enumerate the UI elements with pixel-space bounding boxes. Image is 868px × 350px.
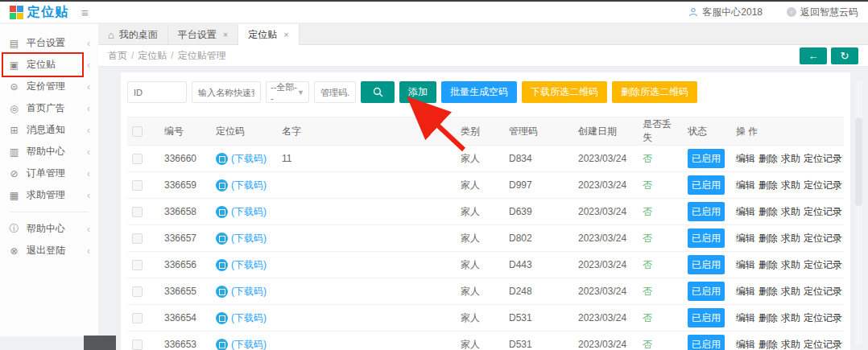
sidebar-item-label: 求助管理 (27, 188, 65, 202)
row-checkbox[interactable] (132, 340, 143, 350)
delete-selected-button[interactable]: 删除所选二维码 (612, 81, 697, 103)
action-删除[interactable]: 删除 (758, 339, 778, 350)
sidebar-item-message-notice[interactable]: ⊞消息通知‹ (0, 119, 98, 141)
action-编辑[interactable]: 编辑 (736, 286, 755, 297)
action-编辑[interactable]: 编辑 (736, 206, 755, 217)
action-求助[interactable]: 求助 (781, 179, 800, 191)
download-code-link[interactable]: (下载码) (231, 285, 267, 299)
action-删除[interactable]: 删除 (758, 233, 778, 244)
search-button[interactable] (361, 81, 395, 103)
category-select[interactable]: --全部-- ▼ (266, 81, 309, 103)
sidebar-item-order-management[interactable]: ⊘订单管理‹ (0, 163, 98, 184)
scrollbar-track[interactable] (855, 80, 862, 345)
download-code-link[interactable]: (下载码) (231, 152, 267, 166)
action-求助[interactable]: 求助 (781, 233, 800, 244)
action-求助[interactable]: 求助 (781, 286, 800, 297)
status-enabled-button[interactable]: 已启用 (688, 255, 725, 274)
qr-code-icon[interactable] (216, 179, 228, 191)
action-求助[interactable]: 求助 (781, 153, 800, 164)
refresh-button[interactable]: ↻ (831, 47, 858, 64)
qr-code-icon[interactable] (216, 206, 228, 218)
action-求助[interactable]: 求助 (781, 259, 800, 270)
action-定位记录[interactable]: 定位记录 (804, 259, 842, 270)
action-定位记录[interactable]: 定位记录 (804, 179, 842, 191)
row-checkbox[interactable] (132, 260, 143, 270)
return-cloud-link[interactable]: ‹ 返回智慧云码 (787, 6, 858, 19)
status-enabled-button[interactable]: 已启用 (688, 282, 725, 301)
status-enabled-button[interactable]: 已启用 (688, 202, 725, 221)
sidebar-item-pricing-management[interactable]: ⊜定价管理‹ (0, 76, 98, 97)
batch-generate-button[interactable]: 批量生成空码 (441, 81, 517, 103)
action-求助[interactable]: 求助 (781, 339, 800, 350)
close-icon[interactable]: × (283, 30, 288, 39)
sidebar-item-help-center-2[interactable]: ⓘ帮助中心‹ (0, 218, 98, 240)
action-编辑[interactable]: 编辑 (736, 153, 755, 164)
status-enabled-button[interactable]: 已启用 (688, 175, 725, 195)
sidebar-item-help-center[interactable]: ▥帮助中心‹ (0, 141, 98, 163)
sidebar-item-location-sticker[interactable]: ▣定位贴‹ (0, 54, 98, 76)
menu-toggle-icon[interactable]: ≡ (81, 6, 89, 19)
action-定位记录[interactable]: 定位记录 (804, 206, 842, 217)
action-删除[interactable]: 删除 (758, 286, 778, 297)
action-定位记录[interactable]: 定位记录 (804, 312, 842, 323)
download-code-link[interactable]: (下载码) (231, 311, 267, 325)
download-code-link[interactable]: (下载码) (231, 338, 267, 350)
manage-code-input[interactable] (314, 81, 356, 103)
download-code-link[interactable]: (下载码) (231, 258, 267, 272)
cell-category: 家人 (456, 199, 504, 225)
scrollbar-thumb[interactable] (855, 117, 862, 206)
action-删除[interactable]: 删除 (758, 206, 778, 217)
row-checkbox[interactable] (132, 154, 143, 164)
action-编辑[interactable]: 编辑 (736, 233, 755, 244)
action-定位记录[interactable]: 定位记录 (804, 233, 842, 244)
download-code-link[interactable]: (下载码) (231, 179, 267, 192)
sidebar-item-platform-settings[interactable]: ▤平台设置‹ (0, 32, 98, 54)
qr-code-icon[interactable] (216, 259, 228, 271)
action-编辑[interactable]: 编辑 (736, 312, 755, 323)
row-checkbox[interactable] (132, 180, 143, 191)
back-button[interactable]: ← (800, 47, 827, 64)
status-enabled-button[interactable]: 已启用 (688, 149, 725, 168)
sidebar-item-assist-management[interactable]: ▦求助管理‹ (0, 184, 98, 206)
qr-code-icon[interactable] (216, 286, 228, 298)
action-删除[interactable]: 删除 (758, 153, 778, 164)
download-code-link[interactable]: (下载码) (231, 205, 267, 219)
add-button[interactable]: 添加 (399, 81, 436, 103)
action-定位记录[interactable]: 定位记录 (804, 153, 842, 164)
action-定位记录[interactable]: 定位记录 (804, 339, 842, 350)
qr-code-icon[interactable] (216, 312, 228, 324)
sidebar-item-logout[interactable]: ⊗退出登陆‹ (0, 240, 98, 261)
status-enabled-button[interactable]: 已启用 (688, 229, 725, 248)
id-input[interactable] (127, 81, 187, 103)
row-checkbox[interactable] (132, 207, 143, 217)
breadcrumb-item[interactable]: 定位贴 (138, 49, 167, 63)
tab-定位贴[interactable]: 定位贴× (238, 24, 299, 45)
tab-我的桌面[interactable]: ⌂我的桌面 (98, 24, 168, 45)
tab-平台设置[interactable]: 平台设置× (168, 24, 238, 45)
qr-code-icon[interactable] (216, 233, 228, 245)
download-selected-button[interactable]: 下载所选二维码 (522, 81, 607, 103)
select-all-checkbox[interactable] (132, 126, 143, 137)
row-checkbox[interactable] (132, 286, 143, 297)
download-code-link[interactable]: (下载码) (231, 232, 267, 245)
action-编辑[interactable]: 编辑 (736, 259, 755, 270)
action-删除[interactable]: 删除 (758, 179, 778, 191)
service-center-link[interactable]: 客服中心2018 (688, 6, 763, 19)
qr-code-icon[interactable] (216, 339, 228, 350)
close-icon[interactable]: × (223, 30, 228, 39)
status-enabled-button[interactable]: 已启用 (688, 308, 725, 327)
action-求助[interactable]: 求助 (781, 206, 800, 217)
action-删除[interactable]: 删除 (758, 259, 778, 270)
action-删除[interactable]: 删除 (758, 312, 778, 323)
status-enabled-button[interactable]: 已启用 (688, 335, 725, 350)
row-checkbox[interactable] (132, 313, 143, 323)
sidebar-item-home-ads[interactable]: ◎首页广告‹ (0, 97, 98, 119)
action-定位记录[interactable]: 定位记录 (804, 286, 842, 297)
action-求助[interactable]: 求助 (781, 312, 800, 323)
row-checkbox[interactable] (132, 233, 143, 244)
action-编辑[interactable]: 编辑 (736, 179, 755, 191)
action-编辑[interactable]: 编辑 (736, 339, 755, 350)
breadcrumb-item[interactable]: 首页 (108, 49, 127, 63)
qr-code-icon[interactable] (216, 153, 228, 165)
name-search-input[interactable] (192, 81, 261, 103)
